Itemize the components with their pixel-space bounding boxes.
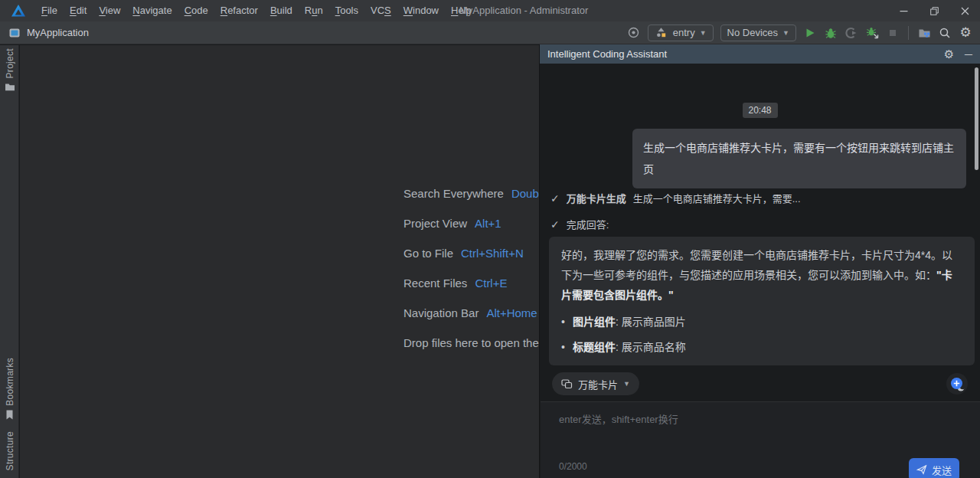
timestamp-badge: 20:48 bbox=[742, 103, 777, 118]
menu-item-run[interactable]: Run bbox=[299, 0, 329, 21]
ide-window: File Edit View Navigate Code Refactor Bu… bbox=[0, 0, 980, 478]
component-term: 图片组件 bbox=[573, 316, 616, 328]
composer-toolbar: 万能卡片 ▼ bbox=[552, 372, 968, 395]
menu-item-refactor[interactable]: Refactor bbox=[214, 0, 264, 21]
bullet-icon: • bbox=[561, 339, 565, 355]
shortcut-hint-row: Project ViewAlt+1 bbox=[403, 217, 539, 234]
project-breadcrumb[interactable]: MyApplication bbox=[27, 27, 89, 38]
app-module-icon bbox=[8, 26, 21, 40]
check-icon: ✓ bbox=[550, 192, 560, 205]
character-counter: 0/2000 bbox=[559, 461, 587, 472]
sidebar-item-structure[interactable]: Structure bbox=[0, 431, 19, 470]
search-everywhere-icon[interactable] bbox=[938, 26, 952, 40]
navigation-bar: MyApplication bbox=[0, 26, 89, 40]
component-term: 标题组件 bbox=[573, 341, 616, 353]
add-icon bbox=[949, 376, 965, 392]
assistant-panel: Intelligent Coding Assistant ⚙ ─ 20:48 生… bbox=[539, 44, 980, 478]
shortcut-hint-row: Search EverywhereDouble Shift bbox=[403, 187, 539, 204]
chevron-down-icon: ▼ bbox=[623, 380, 630, 388]
menu-item-edit[interactable]: Edit bbox=[64, 0, 93, 21]
sidebar-item-bookmarks[interactable]: Bookmarks bbox=[0, 358, 19, 420]
menu-item-code[interactable]: Code bbox=[178, 0, 214, 21]
main-toolbar: MyApplication entry ▼ bbox=[0, 21, 980, 44]
deveco-logo-icon bbox=[11, 4, 26, 18]
stop-button bbox=[886, 26, 900, 40]
task-name: 万能卡片生成 bbox=[567, 191, 626, 205]
done-status-row: ✓ 完成回答: bbox=[550, 217, 609, 231]
attach-debugger-button[interactable] bbox=[865, 26, 879, 40]
module-icon bbox=[655, 26, 668, 40]
agent-mode-label: 万能卡片 bbox=[578, 377, 618, 391]
task-status-row: ✓ 万能卡片生成 生成一个电商店铺推荐大卡片，需要... bbox=[550, 191, 801, 205]
message-input[interactable] bbox=[559, 411, 957, 448]
user-message-bubble: 生成一个电商店铺推荐大卡片，需要有一个按钮用来跳转到店铺主页 bbox=[632, 129, 966, 188]
run-configuration-label: entry bbox=[673, 27, 695, 38]
assistant-panel-title: Intelligent Coding Assistant bbox=[547, 48, 933, 60]
target-icon[interactable] bbox=[627, 26, 641, 40]
window-title: MyApplication - Administrator bbox=[459, 0, 588, 21]
editor-shortcut-hints: Search EverywhereDouble Shift Project Vi… bbox=[403, 187, 539, 366]
folder-icon bbox=[5, 82, 15, 92]
left-tool-window-stripe: Project Bookmarks Structure bbox=[0, 45, 19, 478]
titlebar: File Edit View Navigate Code Refactor Bu… bbox=[0, 0, 980, 21]
scrollbar-thumb[interactable] bbox=[975, 67, 978, 170]
agent-mode-dropdown[interactable]: 万能卡片 ▼ bbox=[552, 372, 639, 395]
component-desc: : 展示商品图片 bbox=[616, 316, 686, 328]
message-input-panel: 0/2000 发送 bbox=[541, 401, 980, 478]
close-button[interactable] bbox=[949, 0, 980, 21]
menubar: File Edit View Navigate Code Refactor Bu… bbox=[35, 0, 478, 21]
restore-button[interactable] bbox=[919, 0, 949, 21]
device-dropdown[interactable]: No Devices ▼ bbox=[720, 25, 796, 41]
run-configuration-dropdown[interactable]: entry ▼ bbox=[648, 25, 714, 41]
menu-item-navigate[interactable]: Navigate bbox=[126, 0, 178, 21]
drop-files-hint: Drop files here to open them bbox=[403, 336, 539, 353]
send-button[interactable]: 发送 bbox=[909, 458, 959, 478]
main-area: Project Bookmarks Structure Search Every… bbox=[0, 45, 980, 478]
component-desc: : 展示商品名称 bbox=[616, 341, 686, 353]
sidebar-item-project[interactable]: Project bbox=[0, 48, 19, 92]
chevron-down-icon: ▼ bbox=[782, 29, 789, 37]
chevron-down-icon: ▼ bbox=[700, 29, 707, 37]
run-toolbar: entry ▼ No Devices ▼ bbox=[627, 25, 980, 41]
menu-item-tools[interactable]: Tools bbox=[329, 0, 364, 21]
settings-gear-icon[interactable]: ⚙ bbox=[959, 26, 972, 40]
editor-area[interactable]: Search EverywhereDouble Shift Project Vi… bbox=[20, 45, 539, 478]
bullet-icon: • bbox=[561, 314, 565, 330]
assistant-minimize-icon[interactable]: ─ bbox=[965, 48, 972, 61]
run-button[interactable] bbox=[803, 26, 817, 40]
task-summary: 生成一个电商店铺推荐大卡片，需要... bbox=[633, 191, 801, 205]
device-file-browser-icon[interactable] bbox=[917, 26, 931, 40]
paper-plane-icon bbox=[916, 464, 927, 475]
toolbar-divider bbox=[908, 26, 909, 40]
response-text: 好的，我理解了您的需求。您需要创建一个电商店铺推荐卡片，卡片尺寸为4*4。以下为… bbox=[561, 249, 952, 281]
menu-item-file[interactable]: File bbox=[35, 0, 64, 21]
assistant-response-card: 好的，我理解了您的需求。您需要创建一个电商店铺推荐卡片，卡片尺寸为4*4。以下为… bbox=[549, 237, 975, 365]
bookmark-icon bbox=[5, 410, 14, 420]
shortcut-hint-row: Recent FilesCtrl+E bbox=[403, 277, 539, 293]
new-chat-button[interactable] bbox=[946, 373, 968, 395]
menu-item-vcs[interactable]: VCS bbox=[364, 0, 397, 21]
minimize-button[interactable] bbox=[888, 0, 919, 21]
list-item: • 标题组件: 展示商品名称 bbox=[561, 339, 962, 355]
component-suggestions: • 图片组件: 展示商品图片 • 标题组件: 展示商品名称 bbox=[561, 314, 962, 355]
assistant-settings-gear-icon[interactable]: ⚙ bbox=[944, 47, 954, 61]
card-icon bbox=[561, 378, 573, 389]
window-controls bbox=[888, 0, 980, 21]
send-label: 发送 bbox=[932, 463, 952, 477]
debug-button[interactable] bbox=[824, 26, 838, 40]
run-with-coverage-button bbox=[844, 26, 858, 40]
device-label: No Devices bbox=[727, 27, 778, 38]
menu-item-build[interactable]: Build bbox=[264, 0, 299, 21]
shortcut-hint-row: Navigation BarAlt+Home bbox=[403, 306, 539, 323]
check-icon: ✓ bbox=[550, 218, 560, 231]
done-label: 完成回答: bbox=[567, 217, 609, 231]
menu-item-view[interactable]: View bbox=[93, 0, 126, 21]
shortcut-hint-row: Go to FileCtrl+Shift+N bbox=[403, 247, 539, 264]
list-item: • 图片组件: 展示商品图片 bbox=[561, 314, 962, 330]
assistant-panel-header[interactable]: Intelligent Coding Assistant ⚙ ─ bbox=[540, 44, 980, 64]
menu-item-window[interactable]: Window bbox=[397, 0, 445, 21]
